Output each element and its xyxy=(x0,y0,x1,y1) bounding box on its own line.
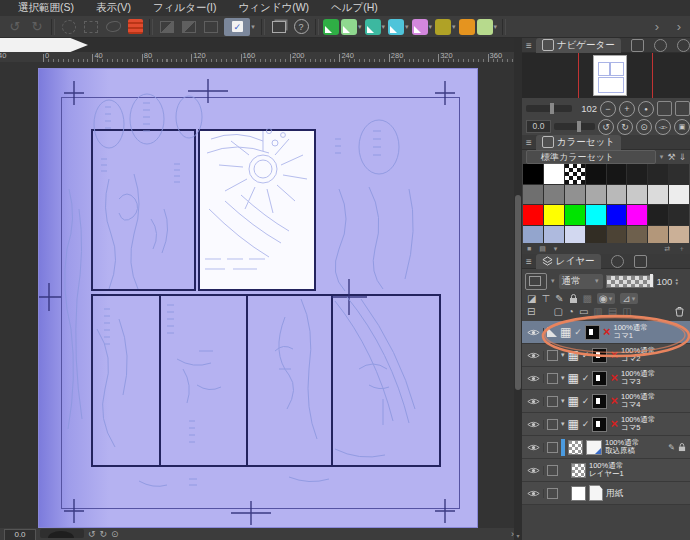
color-swatch[interactable] xyxy=(586,205,606,225)
subview-tab-icon[interactable] xyxy=(631,39,644,52)
color-swatch[interactable] xyxy=(607,226,627,244)
layer-checkbox[interactable] xyxy=(547,488,558,499)
chevron-down-icon[interactable]: ▾ xyxy=(561,420,565,428)
layer-checkbox[interactable] xyxy=(547,442,558,453)
visibility-eye-icon[interactable] xyxy=(525,489,544,498)
information-tab-icon[interactable] xyxy=(677,39,690,52)
layer-checkbox[interactable] xyxy=(547,465,558,476)
new-folder-icon[interactable]: ▭ xyxy=(579,306,588,317)
color-swatch[interactable] xyxy=(607,185,627,205)
canvas-vertical-scrollbar[interactable]: ▾ xyxy=(514,38,522,540)
rotate-right-icon[interactable]: ↻ xyxy=(617,119,633,135)
panel-menu-icon[interactable]: ≡ xyxy=(526,256,532,267)
tab-navigator[interactable]: ナビゲーター xyxy=(536,38,621,53)
lasso-selection-icon[interactable] xyxy=(103,18,123,36)
flip-horizontal-icon[interactable]: ◅▻ xyxy=(655,119,671,135)
color-swatch[interactable] xyxy=(586,164,606,184)
view-option-icon[interactable]: ■ xyxy=(527,245,531,252)
visibility-eye-icon[interactable] xyxy=(525,443,544,452)
color-swatch[interactable] xyxy=(523,185,543,205)
item-bank-tab-icon[interactable] xyxy=(654,39,667,52)
invert-selection-icon[interactable] xyxy=(179,18,199,36)
import-colorset-icon[interactable]: ⇓ xyxy=(678,152,686,162)
manga-page[interactable] xyxy=(38,68,478,528)
rotation-value[interactable]: 0.0 xyxy=(526,120,551,133)
zoom-in-icon[interactable]: + xyxy=(619,101,635,117)
lock-layer-icon[interactable] xyxy=(569,294,578,304)
canvas-rotation-value[interactable]: 0.0 xyxy=(4,529,36,540)
orange-frame-tool-icon[interactable] xyxy=(459,18,475,36)
layer-thumbnail[interactable] xyxy=(568,440,583,455)
navigator-preview[interactable] xyxy=(522,53,690,98)
tab-layers[interactable]: レイヤー xyxy=(536,254,601,269)
add-color-icon[interactable]: ＋ xyxy=(678,244,685,254)
opacity-slider[interactable] xyxy=(606,275,654,288)
help-bubble-icon[interactable]: ? xyxy=(291,18,311,36)
layer-mask-thumbnail[interactable] xyxy=(592,348,607,363)
pink-airbrush-tool-icon[interactable]: ▾ xyxy=(412,18,434,36)
opacity-value[interactable]: 100 xyxy=(657,276,673,287)
panel-menu-icon[interactable]: ≡ xyxy=(526,137,532,148)
layer-row-koma3[interactable]: ▾ ▦ ✓ × 100%通常コマ3 xyxy=(522,367,690,390)
color-swatch[interactable] xyxy=(544,226,564,244)
undo-button[interactable]: ↺ xyxy=(5,18,25,36)
green-marker-tool-icon[interactable] xyxy=(323,18,339,36)
layer-property-tab-icon[interactable] xyxy=(611,255,624,268)
scroll-down-icon[interactable]: ▾ xyxy=(514,532,522,539)
color-swatch[interactable] xyxy=(523,226,543,244)
reference-layer-icon[interactable]: ⊤ xyxy=(541,293,550,304)
layer-checkbox[interactable] xyxy=(547,350,558,361)
reset-rotation-icon[interactable]: ⊙ xyxy=(111,529,119,539)
delete-layer-icon[interactable] xyxy=(675,306,684,317)
color-swatch[interactable] xyxy=(669,226,689,244)
light-green-pen-tool-icon[interactable]: ▾ xyxy=(341,18,363,36)
rotate-left-icon[interactable]: ↺ xyxy=(598,119,614,135)
layer-checkbox[interactable] xyxy=(547,419,558,430)
color-swatch[interactable] xyxy=(586,185,606,205)
visibility-eye-icon[interactable] xyxy=(525,351,544,360)
menu-view[interactable]: 表示(V) xyxy=(96,1,131,15)
edit-colorset-icon[interactable]: ⚒ xyxy=(667,152,675,162)
layer-row-koma2[interactable]: ▾ ▦ ✓ × 100%通常コマ2 xyxy=(522,344,690,367)
chevron-down-icon[interactable]: ▾ xyxy=(561,351,565,359)
zoom-reset-icon[interactable]: ● xyxy=(638,101,654,117)
layer-effect-button[interactable] xyxy=(525,273,547,290)
layer-row-koma4[interactable]: ▾ ▦ ✓ × 100%通常コマ4 xyxy=(522,390,690,413)
visibility-eye-icon[interactable] xyxy=(525,328,544,337)
color-swatch[interactable] xyxy=(565,226,585,244)
mask-outside-selection-icon[interactable] xyxy=(125,18,145,36)
color-swatch[interactable] xyxy=(565,185,585,205)
ruler-frame-button[interactable]: ⊿▾ xyxy=(620,293,638,304)
fit-to-window-icon[interactable] xyxy=(675,101,690,116)
color-swatch[interactable] xyxy=(648,205,668,225)
color-swatch[interactable] xyxy=(544,205,564,225)
color-swatch[interactable] xyxy=(627,205,647,225)
layer-search-tab-icon[interactable] xyxy=(634,255,647,268)
active-selection-tool-button[interactable]: ✓ ▾ xyxy=(223,18,257,36)
light-green-figure-tool-icon[interactable]: ▾ xyxy=(477,18,499,36)
tab-colorset[interactable]: カラーセット xyxy=(536,135,621,150)
cyan-pen-tool-icon[interactable]: ▾ xyxy=(388,18,410,36)
visibility-eye-icon[interactable] xyxy=(525,374,544,383)
color-swatch[interactable] xyxy=(669,205,689,225)
new-raster-layer-icon[interactable]: ▢ xyxy=(553,306,562,317)
view-option-icon[interactable]: ▤ xyxy=(539,245,546,253)
color-swatch[interactable] xyxy=(607,164,627,184)
rotate-right-icon[interactable]: ↻ xyxy=(100,529,108,539)
color-swatch[interactable] xyxy=(586,226,606,244)
layer-checkbox[interactable] xyxy=(547,396,558,407)
document-tab[interactable] xyxy=(0,38,88,52)
color-swatch[interactable] xyxy=(669,185,689,205)
3d-object-icon[interactable] xyxy=(269,18,289,36)
select-from-layer-button[interactable]: ◉▾ xyxy=(597,293,615,304)
layer-row-imported-draft[interactable]: 100%通常取込原稿 ✎ xyxy=(522,436,690,459)
color-swatch[interactable] xyxy=(544,164,564,184)
color-swatch[interactable] xyxy=(565,205,585,225)
teal-pen-tool-icon[interactable]: ▾ xyxy=(365,18,387,36)
chevron-down-icon[interactable]: ▾ xyxy=(561,374,565,382)
scrollbar-thumb[interactable] xyxy=(515,195,521,390)
canvas-rotation-slider[interactable] xyxy=(40,529,84,538)
menu-window[interactable]: ウィンドウ(W) xyxy=(238,1,309,15)
overflow-arrow-icon[interactable]: › xyxy=(647,18,667,36)
layer-mask-thumbnail[interactable] xyxy=(592,394,607,409)
